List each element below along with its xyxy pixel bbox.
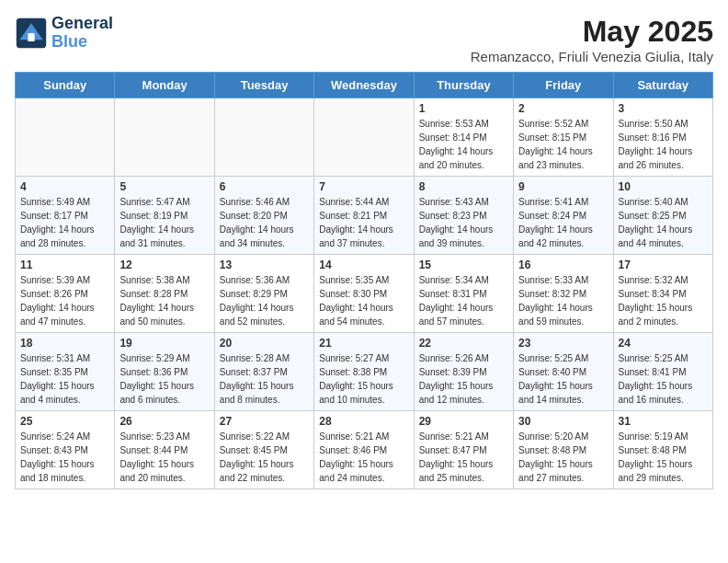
day-info: Sunrise: 5:24 AMSunset: 8:43 PMDaylight:… xyxy=(20,430,109,485)
weekday-header-thursday: Thursday xyxy=(414,73,513,98)
day-cell: 6Sunrise: 5:46 AMSunset: 8:20 PMDaylight… xyxy=(214,177,313,255)
day-info: Sunrise: 5:35 AMSunset: 8:30 PMDaylight:… xyxy=(319,273,408,328)
day-number: 29 xyxy=(419,415,508,428)
logo: General Blue xyxy=(15,15,113,52)
logo-icon xyxy=(15,17,48,50)
day-number: 5 xyxy=(119,180,209,193)
day-cell: 31Sunrise: 5:19 AMSunset: 8:48 PMDayligh… xyxy=(613,411,712,489)
day-number: 20 xyxy=(220,337,309,350)
day-number: 12 xyxy=(119,259,209,271)
day-info: Sunrise: 5:47 AMSunset: 8:19 PMDaylight:… xyxy=(119,195,209,250)
day-info: Sunrise: 5:26 AMSunset: 8:39 PMDaylight:… xyxy=(419,351,508,407)
day-info: Sunrise: 5:38 AMSunset: 8:28 PMDaylight:… xyxy=(119,273,209,328)
day-cell: 12Sunrise: 5:38 AMSunset: 8:28 PMDayligh… xyxy=(115,255,214,333)
day-info: Sunrise: 5:46 AMSunset: 8:20 PMDaylight:… xyxy=(220,195,309,250)
day-number: 28 xyxy=(319,415,408,428)
weekday-header-monday: Monday xyxy=(115,73,214,98)
day-number: 17 xyxy=(619,259,708,271)
day-cell: 29Sunrise: 5:21 AMSunset: 8:47 PMDayligh… xyxy=(414,411,513,489)
header: General Blue May 2025 Remanzacco, Friuli… xyxy=(15,15,713,64)
day-info: Sunrise: 5:52 AMSunset: 8:15 PMDaylight:… xyxy=(518,117,608,172)
day-cell: 5Sunrise: 5:47 AMSunset: 8:19 PMDaylight… xyxy=(115,177,214,255)
week-row-1: 1Sunrise: 5:53 AMSunset: 8:14 PMDaylight… xyxy=(16,98,713,177)
day-info: Sunrise: 5:31 AMSunset: 8:35 PMDaylight:… xyxy=(20,351,109,407)
week-row-2: 4Sunrise: 5:49 AMSunset: 8:17 PMDaylight… xyxy=(16,177,713,255)
day-number: 10 xyxy=(619,180,708,193)
day-info: Sunrise: 5:28 AMSunset: 8:37 PMDaylight:… xyxy=(220,351,309,407)
day-cell xyxy=(115,98,214,177)
day-info: Sunrise: 5:40 AMSunset: 8:25 PMDaylight:… xyxy=(619,195,708,250)
day-number: 4 xyxy=(20,180,109,193)
day-info: Sunrise: 5:43 AMSunset: 8:23 PMDaylight:… xyxy=(419,195,508,250)
day-number: 22 xyxy=(419,337,508,350)
day-number: 6 xyxy=(220,180,309,193)
svg-rect-2 xyxy=(28,33,34,41)
day-cell: 23Sunrise: 5:25 AMSunset: 8:40 PMDayligh… xyxy=(514,333,613,411)
weekday-header-friday: Friday xyxy=(514,73,613,98)
day-number: 24 xyxy=(619,337,708,350)
day-number: 26 xyxy=(119,415,209,428)
logo-text: General Blue xyxy=(51,15,113,52)
day-info: Sunrise: 5:25 AMSunset: 8:40 PMDaylight:… xyxy=(518,351,608,407)
weekday-header-saturday: Saturday xyxy=(613,73,712,98)
day-cell: 26Sunrise: 5:23 AMSunset: 8:44 PMDayligh… xyxy=(115,411,214,489)
day-cell: 28Sunrise: 5:21 AMSunset: 8:46 PMDayligh… xyxy=(314,411,414,489)
day-number: 15 xyxy=(419,259,508,271)
day-number: 19 xyxy=(119,337,209,350)
day-info: Sunrise: 5:53 AMSunset: 8:14 PMDaylight:… xyxy=(419,117,508,172)
day-number: 11 xyxy=(20,259,109,271)
week-row-3: 11Sunrise: 5:39 AMSunset: 8:26 PMDayligh… xyxy=(16,255,713,333)
day-cell: 15Sunrise: 5:34 AMSunset: 8:31 PMDayligh… xyxy=(414,255,513,333)
weekday-header-wednesday: Wednesday xyxy=(314,73,414,98)
day-cell: 24Sunrise: 5:25 AMSunset: 8:41 PMDayligh… xyxy=(613,333,712,411)
day-cell: 1Sunrise: 5:53 AMSunset: 8:14 PMDaylight… xyxy=(414,98,513,177)
day-info: Sunrise: 5:20 AMSunset: 8:48 PMDaylight:… xyxy=(518,430,608,485)
day-info: Sunrise: 5:25 AMSunset: 8:41 PMDaylight:… xyxy=(619,351,708,407)
day-number: 2 xyxy=(518,102,608,115)
day-number: 7 xyxy=(319,180,408,193)
weekday-header-tuesday: Tuesday xyxy=(214,73,313,98)
day-cell: 20Sunrise: 5:28 AMSunset: 8:37 PMDayligh… xyxy=(214,333,313,411)
day-info: Sunrise: 5:33 AMSunset: 8:32 PMDaylight:… xyxy=(518,273,608,328)
day-info: Sunrise: 5:39 AMSunset: 8:26 PMDaylight:… xyxy=(20,273,109,328)
day-info: Sunrise: 5:36 AMSunset: 8:29 PMDaylight:… xyxy=(220,273,309,328)
day-number: 3 xyxy=(619,102,708,115)
day-number: 27 xyxy=(220,415,309,428)
day-info: Sunrise: 5:41 AMSunset: 8:24 PMDaylight:… xyxy=(518,195,608,250)
day-info: Sunrise: 5:50 AMSunset: 8:16 PMDaylight:… xyxy=(619,117,708,172)
day-number: 8 xyxy=(419,180,508,193)
day-cell xyxy=(214,98,313,177)
day-cell: 3Sunrise: 5:50 AMSunset: 8:16 PMDaylight… xyxy=(613,98,712,177)
day-info: Sunrise: 5:23 AMSunset: 8:44 PMDaylight:… xyxy=(119,430,209,485)
month-title: May 2025 xyxy=(471,15,713,49)
day-number: 18 xyxy=(20,337,109,350)
day-cell: 21Sunrise: 5:27 AMSunset: 8:38 PMDayligh… xyxy=(314,333,414,411)
day-info: Sunrise: 5:19 AMSunset: 8:48 PMDaylight:… xyxy=(619,430,708,485)
day-info: Sunrise: 5:21 AMSunset: 8:47 PMDaylight:… xyxy=(419,430,508,485)
day-info: Sunrise: 5:49 AMSunset: 8:17 PMDaylight:… xyxy=(20,195,109,250)
day-info: Sunrise: 5:21 AMSunset: 8:46 PMDaylight:… xyxy=(319,430,408,485)
day-number: 21 xyxy=(319,337,408,350)
day-info: Sunrise: 5:27 AMSunset: 8:38 PMDaylight:… xyxy=(319,351,408,407)
day-number: 31 xyxy=(619,415,708,428)
weekday-header-row: SundayMondayTuesdayWednesdayThursdayFrid… xyxy=(16,73,713,98)
day-number: 30 xyxy=(518,415,608,428)
day-number: 14 xyxy=(319,259,408,271)
day-number: 9 xyxy=(518,180,608,193)
day-cell: 19Sunrise: 5:29 AMSunset: 8:36 PMDayligh… xyxy=(115,333,214,411)
title-block: May 2025 Remanzacco, Friuli Venezia Giul… xyxy=(471,15,713,64)
calendar: SundayMondayTuesdayWednesdayThursdayFrid… xyxy=(15,72,713,489)
day-cell: 9Sunrise: 5:41 AMSunset: 8:24 PMDaylight… xyxy=(514,177,613,255)
week-row-4: 18Sunrise: 5:31 AMSunset: 8:35 PMDayligh… xyxy=(16,333,713,411)
day-cell: 13Sunrise: 5:36 AMSunset: 8:29 PMDayligh… xyxy=(214,255,313,333)
day-number: 16 xyxy=(518,259,608,271)
day-cell: 11Sunrise: 5:39 AMSunset: 8:26 PMDayligh… xyxy=(16,255,115,333)
day-info: Sunrise: 5:22 AMSunset: 8:45 PMDaylight:… xyxy=(220,430,309,485)
day-info: Sunrise: 5:29 AMSunset: 8:36 PMDaylight:… xyxy=(119,351,209,407)
day-cell: 27Sunrise: 5:22 AMSunset: 8:45 PMDayligh… xyxy=(214,411,313,489)
weekday-header-sunday: Sunday xyxy=(16,73,115,98)
location-title: Remanzacco, Friuli Venezia Giulia, Italy xyxy=(471,49,713,64)
day-cell: 16Sunrise: 5:33 AMSunset: 8:32 PMDayligh… xyxy=(514,255,613,333)
day-cell: 2Sunrise: 5:52 AMSunset: 8:15 PMDaylight… xyxy=(514,98,613,177)
day-number: 23 xyxy=(518,337,608,350)
